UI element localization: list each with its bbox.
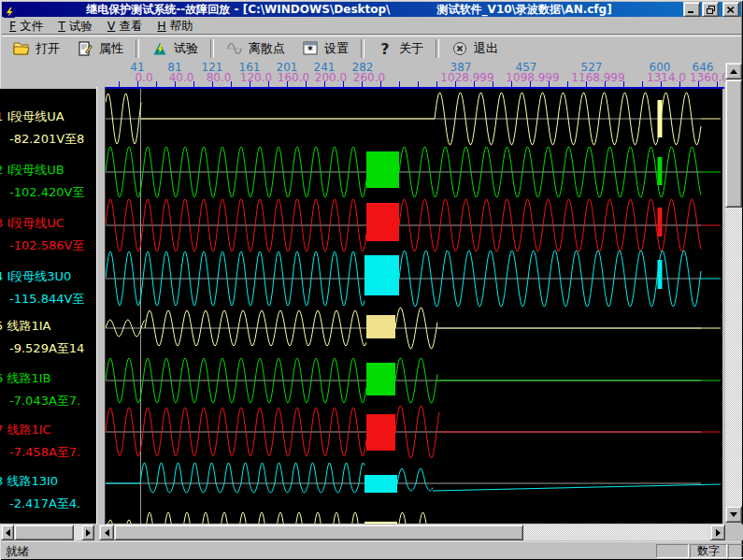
down-arrow-icon <box>730 512 737 517</box>
about-button[interactable]: ?关于 <box>368 37 432 60</box>
ruler-time-label: 40.0 <box>169 71 194 84</box>
status-panel-1 <box>656 544 689 558</box>
vertical-scrollbar[interactable] <box>725 63 742 523</box>
main-scroll-thumb[interactable] <box>114 524 523 540</box>
about-button-label: 关于 <box>399 40 423 57</box>
channel-range-1: -82.201V至8 <box>9 133 84 146</box>
sidebar-scroll-thumb[interactable] <box>14 524 74 540</box>
waveform-dense-block <box>364 255 399 295</box>
waveform-marker-bar <box>658 157 663 185</box>
channel-label-2: 2 Ⅰ段母线UB <box>0 164 64 177</box>
settings-button[interactable]: *设置 <box>293 37 357 60</box>
right-arrow-icon <box>716 529 721 537</box>
svg-text:*: * <box>307 44 313 55</box>
channel-range-4: -115.844V至 <box>9 293 84 306</box>
channel-range-6: -7.043A至7. <box>9 395 80 408</box>
left-arrow-icon <box>6 529 10 537</box>
scroll-down-button[interactable] <box>725 506 742 523</box>
open-folder-icon <box>13 41 30 56</box>
discrete-points-button-label: 离散点 <box>249 40 285 57</box>
channel-label-5: 5 线路1IA <box>0 320 50 333</box>
scroll-right-button[interactable] <box>710 524 725 540</box>
channel-range-8: -2.417A至4. <box>9 497 80 510</box>
ruler-time-label: 1028.999 <box>440 71 493 84</box>
scroll-up-button[interactable] <box>725 63 742 79</box>
toolbar-separator <box>136 39 139 58</box>
test-button-label: 试验 <box>174 40 198 57</box>
ruler-time-label: 1168.999 <box>571 71 624 84</box>
waveform-dense-block <box>364 522 397 524</box>
test-button[interactable]: 试验 <box>143 37 207 60</box>
channel-label-4: 4 Ⅰ段母线3U0 <box>0 270 71 283</box>
right-arrow-icon <box>86 529 91 537</box>
waveform-dense-block <box>364 475 397 493</box>
app-icon <box>4 4 15 15</box>
scroll-left-button[interactable] <box>99 524 114 540</box>
menu-item-view[interactable]: V 查看 <box>100 18 150 36</box>
settings-button-label: 设置 <box>324 40 349 57</box>
ruler-time-label: 1360.0 <box>690 71 729 84</box>
discrete-points-button[interactable]: 离散点 <box>218 37 293 60</box>
menu-bar: F 文件T 试验V 查看H 帮助 <box>2 18 741 35</box>
menu-item-help[interactable]: H 帮助 <box>150 18 200 36</box>
toolbar-separator <box>361 39 364 58</box>
vertical-scroll-thumb[interactable] <box>725 79 742 208</box>
waveform-dense-block <box>366 414 395 451</box>
ruler-time-label: 1098.999 <box>506 71 559 84</box>
open-button[interactable]: 打开 <box>5 37 68 60</box>
time-ruler: 410.08140.012180.0161120.0201160.0241200… <box>0 60 743 87</box>
status-panel-2: 数字 <box>690 544 727 558</box>
minimize-button[interactable] <box>683 2 700 17</box>
waveform-dense-block <box>366 151 399 188</box>
open-button-label: 打开 <box>36 40 60 57</box>
menu-item-test[interactable]: T 试验 <box>50 18 100 36</box>
waveform-dense-block <box>366 315 395 338</box>
waveform-panel[interactable] <box>106 89 722 524</box>
channel-label-8: 8 线路13I0 <box>0 475 58 488</box>
test-icon <box>151 41 168 56</box>
scroll-left-button[interactable] <box>1 524 14 540</box>
settings-icon: * <box>302 41 319 56</box>
waveform-marker-bar <box>658 208 663 237</box>
scrollbar-corner <box>726 524 743 540</box>
toolbar: 打开属性试验离散点*设置?关于退出 <box>2 36 741 60</box>
sidebar-horizontal-scrollbar[interactable] <box>1 524 94 540</box>
channel-range-5: -9.529A至14 <box>9 342 84 355</box>
window-title: 继电保护测试系统--故障回放 - [C:\WINDOWS\Desktop\ 测试… <box>15 2 683 17</box>
waveform-marker-bar <box>658 100 663 137</box>
status-panel-3 <box>728 544 743 558</box>
discrete-points-icon <box>226 41 243 56</box>
svg-text:?: ? <box>380 41 389 56</box>
ruler-time-label: 80.0 <box>207 71 232 84</box>
channel-range-2: -102.420V至 <box>9 186 84 199</box>
about-icon: ? <box>377 41 393 56</box>
application-window: 继电保护测试系统--故障回放 - [C:\WINDOWS\Desktop\ 测试… <box>0 0 743 560</box>
exit-button[interactable]: 退出 <box>443 37 507 60</box>
exit-icon <box>451 41 468 56</box>
left-arrow-icon <box>105 529 109 537</box>
close-button[interactable] <box>722 2 739 17</box>
waveform-dense-block <box>366 363 395 395</box>
waveform-display[interactable] <box>106 89 722 524</box>
status-message: 就绪 <box>6 544 29 560</box>
channel-label-panel: 1 Ⅰ段母线UA-82.201V至82 Ⅰ段母线UB-102.420V至3 Ⅰ段… <box>0 89 96 524</box>
properties-button-label: 属性 <box>99 40 123 57</box>
up-arrow-icon <box>730 69 737 74</box>
status-bar: 就绪 数字 <box>2 541 741 559</box>
menu-item-file[interactable]: F 文件 <box>2 18 50 36</box>
main-horizontal-scrollbar[interactable] <box>99 524 725 540</box>
title-bar[interactable]: 继电保护测试系统--故障回放 - [C:\WINDOWS\Desktop\ 测试… <box>2 2 741 17</box>
properties-button[interactable]: 属性 <box>68 37 132 60</box>
waveform-marker-bar <box>658 260 663 289</box>
exit-button-label: 退出 <box>474 40 498 57</box>
channel-range-3: -102.586V至 <box>9 239 84 252</box>
channel-label-7: 7 线路1IC <box>0 424 51 437</box>
waveform-dense-block <box>366 203 399 241</box>
toolbar-separator <box>436 39 439 58</box>
channel-label-6: 6 线路1IB <box>0 372 50 385</box>
restore-button[interactable] <box>702 2 719 17</box>
channel-label-1: 1 Ⅰ段母线UA <box>0 110 64 123</box>
scroll-right-button[interactable] <box>81 524 94 540</box>
channel-range-7: -7.458A至7. <box>9 446 80 459</box>
panel-splitter[interactable] <box>96 87 106 524</box>
